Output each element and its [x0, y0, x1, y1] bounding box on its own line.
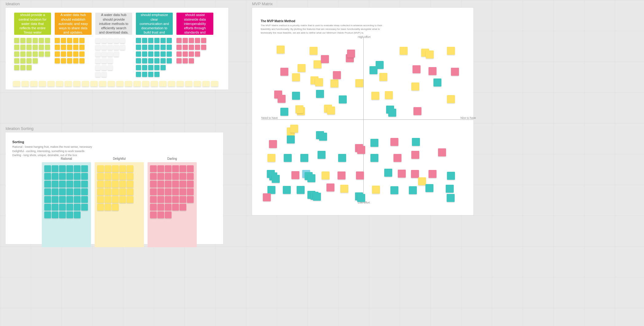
sorting-sticky[interactable]: [150, 165, 157, 172]
ideation-bottom-sticky[interactable]: [202, 81, 210, 87]
sorting-sticky[interactable]: [81, 196, 88, 203]
ideation-sticky[interactable]: [154, 65, 160, 70]
whiteboard-canvas[interactable]: Ideation A water data hub should provide…: [0, 0, 644, 326]
ideation-sticky[interactable]: [189, 51, 194, 57]
sorting-sticky[interactable]: [81, 165, 88, 172]
sorting-sticky[interactable]: [150, 188, 157, 195]
sorting-sticky[interactable]: [66, 211, 73, 218]
sorting-sticky[interactable]: [59, 188, 66, 195]
ideation-sticky[interactable]: [148, 72, 153, 77]
sorting-sticky[interactable]: [52, 181, 58, 187]
ideation-sticky[interactable]: [39, 45, 44, 50]
ideation-sticky[interactable]: [14, 45, 19, 50]
sorting-sticky[interactable]: [52, 211, 58, 218]
ideation-sticky[interactable]: [142, 65, 147, 70]
sorting-sticky[interactable]: [157, 204, 164, 211]
ideation-sticky[interactable]: [183, 51, 188, 57]
sorting-sticky[interactable]: [66, 181, 73, 187]
ideation-sticky[interactable]: [79, 45, 85, 50]
ideation-sticky[interactable]: [167, 58, 172, 63]
sorting-sticky[interactable]: [52, 173, 58, 180]
mvp-sticky[interactable]: [355, 79, 363, 87]
sorting-sticky[interactable]: [165, 181, 172, 187]
ideation-sticky[interactable]: [55, 45, 60, 50]
ideation-sticky[interactable]: [136, 65, 141, 70]
mvp-sticky[interactable]: [356, 171, 364, 179]
sorting-sticky[interactable]: [81, 204, 88, 211]
sorting-sticky[interactable]: [150, 196, 157, 203]
mvp-sticky[interactable]: [313, 193, 321, 201]
mvp-sticky[interactable]: [333, 71, 341, 79]
ideation-sticky[interactable]: [73, 38, 78, 43]
mvp-sticky[interactable]: [278, 95, 286, 103]
sorting-sticky[interactable]: [44, 211, 51, 218]
ideation-bottom-sticky[interactable]: [56, 81, 63, 87]
mvp-sticky[interactable]: [267, 186, 275, 194]
sorting-sticky[interactable]: [105, 165, 111, 172]
mvp-sticky[interactable]: [418, 177, 426, 185]
sorting-sticky[interactable]: [44, 181, 51, 187]
mvp-sticky[interactable]: [371, 92, 379, 100]
ideation-sticky[interactable]: [67, 58, 72, 63]
ideation-sticky[interactable]: [148, 65, 153, 70]
sorting-sticky[interactable]: [74, 196, 81, 203]
mvp-sticky[interactable]: [272, 175, 280, 183]
sorting-sticky[interactable]: [180, 188, 186, 195]
ideation-sticky[interactable]: [148, 38, 153, 43]
ideation-sticky[interactable]: [160, 58, 166, 63]
sorting-sticky[interactable]: [187, 173, 194, 180]
ideation-sticky[interactable]: [33, 45, 38, 50]
sorting-sticky[interactable]: [44, 196, 51, 203]
ideation-sticky[interactable]: [67, 38, 72, 43]
sorting-sticky[interactable]: [165, 173, 172, 180]
sorting-sticky[interactable]: [59, 173, 66, 180]
mvp-sticky[interactable]: [269, 140, 277, 148]
sorting-sticky[interactable]: [157, 196, 164, 203]
sorting-sticky[interactable]: [172, 173, 179, 180]
ideation-sticky[interactable]: [136, 45, 141, 50]
ideation-sticky[interactable]: [114, 51, 119, 57]
sorting-sticky[interactable]: [66, 188, 73, 195]
ideation-sticky[interactable]: [108, 45, 113, 50]
sorting-sticky[interactable]: [172, 165, 179, 172]
sorting-sticky[interactable]: [180, 173, 186, 180]
sorting-sticky[interactable]: [172, 181, 179, 187]
ideation-sticky[interactable]: [61, 58, 66, 63]
sorting-sticky[interactable]: [59, 181, 66, 187]
ideation-sticky[interactable]: [67, 45, 72, 50]
sorting-sticky[interactable]: [66, 196, 73, 203]
ideation-bottom-sticky[interactable]: [125, 81, 132, 87]
sorting-sticky[interactable]: [180, 196, 186, 203]
sorting-sticky[interactable]: [119, 188, 126, 195]
ideation-sticky[interactable]: [20, 38, 26, 43]
ideation-sticky[interactable]: [14, 58, 19, 63]
sorting-sticky[interactable]: [112, 204, 119, 211]
ideation-sticky[interactable]: [79, 51, 85, 57]
sorting-sticky[interactable]: [180, 181, 186, 187]
sorting-sticky[interactable]: [119, 173, 126, 180]
ideation-sticky[interactable]: [154, 38, 160, 43]
mvp-sticky[interactable]: [314, 60, 322, 68]
ideation-sticky[interactable]: [61, 45, 66, 50]
ideation-sticky[interactable]: [26, 65, 32, 70]
mvp-sticky[interactable]: [321, 55, 329, 63]
sorting-sticky[interactable]: [81, 188, 88, 195]
ideation-bottom-sticky[interactable]: [47, 81, 55, 87]
ideation-sticky[interactable]: [154, 45, 160, 50]
sorting-sticky[interactable]: [52, 204, 58, 211]
ideation-sticky[interactable]: [33, 58, 38, 63]
ideation-sticky[interactable]: [176, 58, 182, 63]
sorting-sticky[interactable]: [105, 204, 111, 211]
ideation-sticky[interactable]: [101, 58, 107, 63]
ideation-sticky[interactable]: [183, 58, 188, 63]
ideation-sticky[interactable]: [148, 58, 153, 63]
mvp-sticky[interactable]: [393, 154, 401, 162]
ideation-sticky[interactable]: [160, 51, 166, 57]
mvp-sticky[interactable]: [287, 135, 295, 143]
sorting-sticky[interactable]: [44, 173, 51, 180]
ideation-bottom-sticky[interactable]: [82, 81, 89, 87]
sorting-sticky[interactable]: [44, 204, 51, 211]
mvp-sticky[interactable]: [267, 154, 275, 162]
ideation-sticky[interactable]: [176, 38, 182, 43]
ideation-sticky[interactable]: [154, 51, 160, 57]
